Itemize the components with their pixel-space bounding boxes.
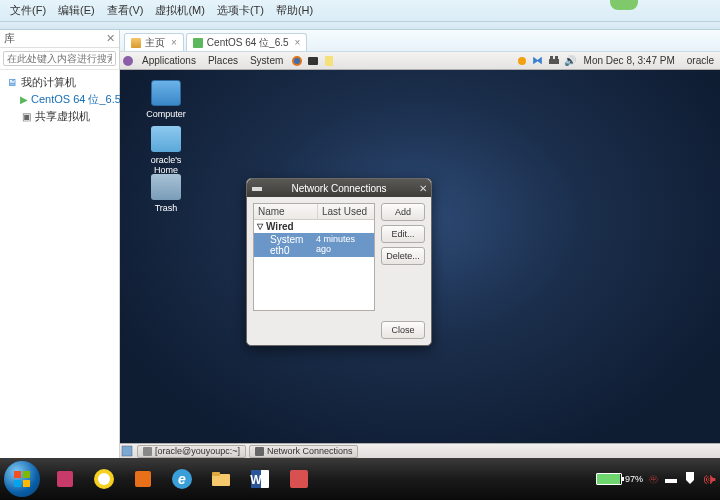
svg-rect-6 xyxy=(549,59,559,64)
tray-sound-icon[interactable]: 🕪 xyxy=(702,471,716,487)
menu-tabs[interactable]: 选项卡(T) xyxy=(211,3,270,18)
library-tree: 🖥 我的计算机 ▶ CentOS 64 位_6.5 ▣ 共享虚拟机 xyxy=(0,70,119,458)
tree-vm-centos[interactable]: ▶ CentOS 64 位_6.5 xyxy=(2,91,117,108)
close-button[interactable]: Close xyxy=(381,321,425,339)
terminal-launcher-icon[interactable] xyxy=(306,54,320,68)
vmware-toolbar xyxy=(0,22,720,30)
svg-text:W: W xyxy=(250,473,262,487)
volume-icon[interactable]: 🔊 xyxy=(563,54,577,68)
battery-indicator[interactable]: 97% xyxy=(596,473,643,485)
svg-text:e: e xyxy=(178,471,186,487)
taskbar-app-3[interactable] xyxy=(124,463,162,495)
col-name[interactable]: Name xyxy=(254,204,318,219)
svg-rect-4 xyxy=(325,56,333,66)
svg-rect-7 xyxy=(550,56,553,59)
show-desktop-icon[interactable] xyxy=(121,444,133,458)
group-wired[interactable]: ▽ Wired xyxy=(254,220,374,233)
tab-vm-centos[interactable]: CentOS 64 位_6.5 × xyxy=(186,33,308,51)
delete-button[interactable]: Delete... xyxy=(381,247,425,265)
taskbar-word[interactable]: W xyxy=(241,463,279,495)
menu-places[interactable]: Places xyxy=(202,55,244,66)
taskbar-ie[interactable]: e xyxy=(163,463,201,495)
vm-tab-icon xyxy=(193,38,203,48)
taskbar-explorer[interactable] xyxy=(202,463,240,495)
windows-taskbar: e W 97% ㊥ 🕪 xyxy=(0,458,720,500)
gnome-top-panel: Applications Places System ⧓ 🔊 Mon Dec 8… xyxy=(120,52,720,70)
library-title: 库 xyxy=(4,31,15,46)
svg-rect-3 xyxy=(308,57,318,65)
dialog-titlebar[interactable]: Network Connections ✕ xyxy=(247,179,431,197)
firefox-icon[interactable] xyxy=(290,54,304,68)
svg-rect-13 xyxy=(14,480,21,487)
clock[interactable]: Mon Dec 8, 3:47 PM xyxy=(578,55,681,66)
desktop-computer[interactable]: Computer xyxy=(138,80,194,119)
col-last-used[interactable]: Last Used xyxy=(318,204,374,219)
desktop-home[interactable]: oracle's Home xyxy=(138,126,194,175)
tray-ime-icon[interactable]: ㊥ xyxy=(649,473,658,486)
system-tray: 97% ㊥ 🕪 xyxy=(596,471,716,487)
home-icon xyxy=(131,38,141,48)
menu-edit[interactable]: 编辑(E) xyxy=(52,3,101,18)
updates-icon[interactable] xyxy=(515,54,529,68)
connection-row-eth0[interactable]: System eth0 4 minutes ago xyxy=(254,233,374,257)
tab-close-icon[interactable]: × xyxy=(171,37,177,48)
vm-display[interactable]: Applications Places System ⧓ 🔊 Mon Dec 8… xyxy=(120,52,720,458)
menu-applications[interactable]: Applications xyxy=(136,55,202,66)
menu-vm[interactable]: 虚拟机(M) xyxy=(149,3,211,18)
svg-rect-11 xyxy=(14,471,21,478)
menu-view[interactable]: 查看(V) xyxy=(101,3,150,18)
start-button[interactable] xyxy=(4,461,40,497)
svg-point-5 xyxy=(518,57,526,65)
tab-close-icon[interactable]: × xyxy=(295,37,301,48)
taskbar-app-2[interactable] xyxy=(85,463,123,495)
host-connection-pill xyxy=(610,0,638,10)
gnome-desktop[interactable]: Computer oracle's Home Trash Network Con… xyxy=(120,70,720,443)
svg-point-0 xyxy=(123,56,133,66)
dialog-close-icon[interactable]: ✕ xyxy=(419,183,427,194)
svg-point-17 xyxy=(98,473,110,485)
task-terminal[interactable]: [oracle@youyoupc:~] xyxy=(137,445,246,458)
library-close-icon[interactable]: ✕ xyxy=(106,32,115,45)
svg-rect-22 xyxy=(212,472,220,476)
menu-system[interactable]: System xyxy=(244,55,289,66)
trash-icon xyxy=(151,174,181,200)
running-vm-icon: ▶ xyxy=(20,94,28,106)
connections-list[interactable]: Name Last Used ▽ Wired System eth0 4 min… xyxy=(253,203,375,311)
taskbar-app-1[interactable] xyxy=(46,463,84,495)
shared-icon: ▣ xyxy=(20,111,32,123)
bluetooth-icon[interactable]: ⧓ xyxy=(531,54,545,68)
folder-home-icon xyxy=(151,126,181,152)
library-search-input[interactable] xyxy=(3,51,116,66)
svg-rect-14 xyxy=(23,480,30,487)
note-launcher-icon[interactable] xyxy=(322,54,336,68)
menu-help[interactable]: 帮助(H) xyxy=(270,3,319,18)
tab-home[interactable]: 主页 × xyxy=(124,33,184,51)
svg-rect-18 xyxy=(135,471,151,487)
expand-triangle-icon: ▽ xyxy=(257,222,263,231)
tree-shared-vms[interactable]: ▣ 共享虚拟机 xyxy=(2,108,117,125)
task-network-connections[interactable]: Network Connections xyxy=(249,445,359,458)
centos-logo-icon[interactable] xyxy=(121,54,135,68)
svg-rect-10 xyxy=(122,446,132,456)
list-header: Name Last Used xyxy=(254,204,374,220)
tray-network-icon[interactable] xyxy=(664,471,678,487)
svg-rect-9 xyxy=(252,187,262,191)
add-button[interactable]: Add xyxy=(381,203,425,221)
edit-button[interactable]: Edit... xyxy=(381,225,425,243)
svg-rect-12 xyxy=(23,471,30,478)
menu-file[interactable]: 文件(F) xyxy=(4,3,52,18)
tray-action-center-icon[interactable] xyxy=(684,471,696,487)
user-menu[interactable]: oracle xyxy=(681,55,720,66)
terminal-task-icon xyxy=(143,447,152,456)
network-task-icon xyxy=(255,447,264,456)
network-connections-dialog: Network Connections ✕ Name Last Used ▽ W… xyxy=(246,178,432,346)
network-icon xyxy=(251,182,263,194)
svg-rect-26 xyxy=(290,470,308,488)
network-status-icon[interactable] xyxy=(547,54,561,68)
desktop-trash[interactable]: Trash xyxy=(138,174,194,213)
taskbar-app-7[interactable] xyxy=(280,463,318,495)
windows-logo-icon xyxy=(12,469,32,489)
tree-root-my-computer[interactable]: 🖥 我的计算机 xyxy=(2,74,117,91)
computer-icon xyxy=(151,80,181,106)
library-panel: 库 ✕ 🖥 我的计算机 ▶ CentOS 64 位_6.5 ▣ 共享虚拟机 xyxy=(0,30,120,458)
